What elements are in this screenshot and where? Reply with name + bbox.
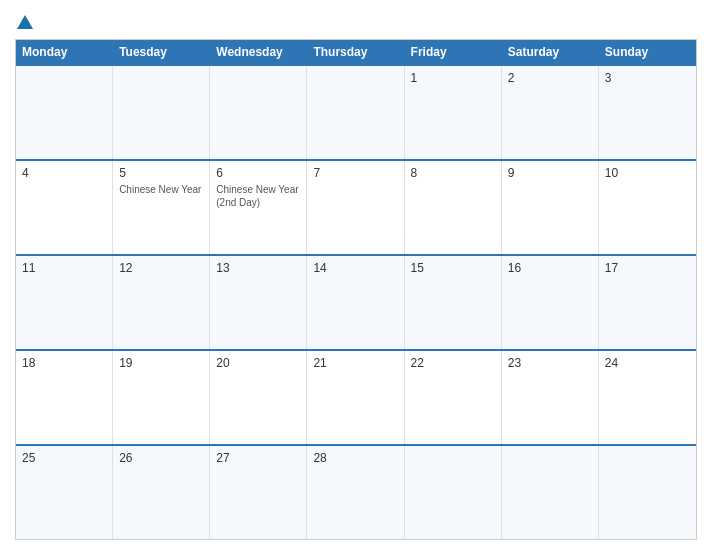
calendar-grid: MondayTuesdayWednesdayThursdayFridaySatu… — [15, 39, 697, 540]
day-number: 21 — [313, 356, 397, 370]
day-number: 9 — [508, 166, 592, 180]
day-cell: 15 — [405, 256, 502, 349]
day-cell: 25 — [16, 446, 113, 539]
day-cell: 8 — [405, 161, 502, 254]
day-cell: 22 — [405, 351, 502, 444]
calendar-page: MondayTuesdayWednesdayThursdayFridaySatu… — [0, 0, 712, 550]
day-number: 11 — [22, 261, 106, 275]
day-cell: 11 — [16, 256, 113, 349]
day-cell: 6Chinese New Year (2nd Day) — [210, 161, 307, 254]
day-cell — [502, 446, 599, 539]
day-cell — [16, 66, 113, 159]
day-number: 16 — [508, 261, 592, 275]
day-number: 14 — [313, 261, 397, 275]
week-row-4: 18192021222324 — [16, 349, 696, 444]
day-number: 12 — [119, 261, 203, 275]
day-cell: 23 — [502, 351, 599, 444]
week-row-1: 123 — [16, 64, 696, 159]
day-number: 28 — [313, 451, 397, 465]
day-number: 23 — [508, 356, 592, 370]
weeks-container: 12345Chinese New Year6Chinese New Year (… — [16, 64, 696, 539]
day-event: Chinese New Year — [119, 183, 203, 196]
day-header-saturday: Saturday — [502, 40, 599, 64]
day-cell: 18 — [16, 351, 113, 444]
day-number: 27 — [216, 451, 300, 465]
week-row-5: 25262728 — [16, 444, 696, 539]
day-cell: 19 — [113, 351, 210, 444]
day-cell: 7 — [307, 161, 404, 254]
day-number: 20 — [216, 356, 300, 370]
day-cell — [113, 66, 210, 159]
day-cell — [307, 66, 404, 159]
day-number: 4 — [22, 166, 106, 180]
day-number: 8 — [411, 166, 495, 180]
day-number: 5 — [119, 166, 203, 180]
day-cell — [599, 446, 696, 539]
header — [15, 15, 697, 31]
day-number: 6 — [216, 166, 300, 180]
day-number: 10 — [605, 166, 690, 180]
day-header-wednesday: Wednesday — [210, 40, 307, 64]
day-number: 24 — [605, 356, 690, 370]
day-number: 7 — [313, 166, 397, 180]
day-cell: 2 — [502, 66, 599, 159]
day-cell: 12 — [113, 256, 210, 349]
day-number: 26 — [119, 451, 203, 465]
day-cell: 9 — [502, 161, 599, 254]
day-header-thursday: Thursday — [307, 40, 404, 64]
day-cell: 3 — [599, 66, 696, 159]
day-header-sunday: Sunday — [599, 40, 696, 64]
day-cell: 20 — [210, 351, 307, 444]
day-number: 13 — [216, 261, 300, 275]
logo-triangle-icon — [17, 15, 33, 29]
day-header-friday: Friday — [405, 40, 502, 64]
day-number: 3 — [605, 71, 690, 85]
day-cell: 16 — [502, 256, 599, 349]
day-event: Chinese New Year (2nd Day) — [216, 183, 300, 209]
day-cell: 4 — [16, 161, 113, 254]
day-cell: 27 — [210, 446, 307, 539]
day-headers-row: MondayTuesdayWednesdayThursdayFridaySatu… — [16, 40, 696, 64]
week-row-3: 11121314151617 — [16, 254, 696, 349]
day-cell: 24 — [599, 351, 696, 444]
day-cell: 10 — [599, 161, 696, 254]
day-number: 17 — [605, 261, 690, 275]
day-cell — [210, 66, 307, 159]
day-cell: 14 — [307, 256, 404, 349]
day-cell: 17 — [599, 256, 696, 349]
day-number: 22 — [411, 356, 495, 370]
day-cell: 1 — [405, 66, 502, 159]
day-number: 25 — [22, 451, 106, 465]
day-number: 18 — [22, 356, 106, 370]
week-row-2: 45Chinese New Year6Chinese New Year (2nd… — [16, 159, 696, 254]
day-cell: 13 — [210, 256, 307, 349]
day-number: 19 — [119, 356, 203, 370]
day-header-tuesday: Tuesday — [113, 40, 210, 64]
day-number: 15 — [411, 261, 495, 275]
day-number: 2 — [508, 71, 592, 85]
day-cell: 28 — [307, 446, 404, 539]
day-header-monday: Monday — [16, 40, 113, 64]
day-cell — [405, 446, 502, 539]
day-cell: 26 — [113, 446, 210, 539]
day-cell: 5Chinese New Year — [113, 161, 210, 254]
day-cell: 21 — [307, 351, 404, 444]
day-number: 1 — [411, 71, 495, 85]
logo — [15, 15, 33, 31]
